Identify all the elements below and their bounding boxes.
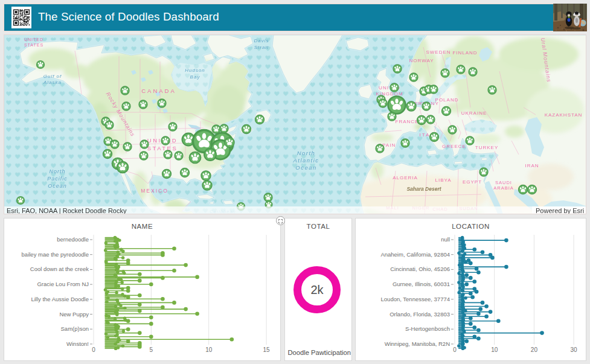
svg-text:Loudon, Tennessee, 37774: Loudon, Tennessee, 37774 (381, 296, 450, 302)
svg-text:30: 30 (571, 346, 578, 353)
svg-text:CANADA: CANADA (141, 88, 176, 94)
svg-text:Sam(p)son: Sam(p)son (61, 325, 89, 332)
svg-text:IRAN: IRAN (525, 163, 539, 168)
svg-text:NORWAY: NORWAY (409, 58, 434, 63)
svg-text:Gurnee, Illinois, 60031: Gurnee, Illinois, 60031 (393, 281, 450, 287)
svg-text:Doodle Pawticipation: Doodle Pawticipation (288, 349, 351, 356)
svg-text:STATES: STATES (24, 43, 43, 47)
svg-text:TURKEY: TURKEY (475, 145, 498, 150)
svg-text:0: 0 (92, 346, 95, 353)
svg-text:North: North (49, 168, 65, 174)
svg-text:bailey mae the pyredoodle: bailey mae the pyredoodle (22, 251, 89, 258)
svg-text:Orlando, Florida, 32803: Orlando, Florida, 32803 (390, 311, 450, 318)
svg-text:UNITED: UNITED (24, 37, 43, 42)
svg-text:FRANCE: FRANCE (396, 119, 419, 124)
svg-text:LIBYA: LIBYA (435, 177, 451, 183)
svg-text:MEXICO: MEXICO (141, 188, 168, 194)
svg-text:Anaheim, California, 92804: Anaheim, California, 92804 (380, 251, 450, 258)
svg-text:2k: 2k (310, 283, 324, 296)
svg-text:Davis: Davis (254, 38, 269, 43)
svg-text:Gulf of: Gulf of (43, 74, 62, 79)
svg-text:Cool down at the creek: Cool down at the creek (30, 266, 89, 272)
svg-text:S-Hertogenbosch: S-Hertogenbosch (405, 325, 450, 332)
svg-text:New Puppy: New Puppy (59, 311, 89, 318)
svg-text:15: 15 (263, 346, 271, 353)
svg-text:Powered by Esri: Powered by Esri (536, 207, 584, 214)
svg-text:5: 5 (150, 346, 153, 353)
svg-text:FINLAND: FINLAND (452, 50, 477, 56)
svg-text:10: 10 (205, 346, 213, 353)
svg-text:Esri, FAO, NOAA | Rocket Doodl: Esri, FAO, NOAA | Rocket Doodle Rocky (7, 207, 127, 214)
svg-text:Winston!: Winston! (66, 340, 89, 347)
svg-text:STATES: STATES (147, 145, 178, 152)
svg-text:Ocean: Ocean (295, 164, 317, 171)
svg-text:Sahara Desert: Sahara Desert (406, 186, 441, 192)
svg-text:Winnipeg, Manitoba, R2N: Winnipeg, Manitoba, R2N (385, 340, 450, 347)
svg-text:Gracie Lou From NJ: Gracie Lou From NJ (37, 281, 89, 287)
svg-text:bernedoodle: bernedoodle (57, 236, 89, 243)
svg-text:UKRAINE: UKRAINE (461, 110, 487, 116)
svg-text:10: 10 (491, 346, 498, 353)
svg-text:KAZAKHSTAN: KAZAKHSTAN (545, 112, 583, 118)
svg-text:GREECE: GREECE (442, 144, 466, 149)
svg-text:Bay: Bay (190, 74, 200, 80)
svg-text:Cincinnati, Ohio, 45206: Cincinnati, Ohio, 45206 (390, 266, 450, 272)
svg-text:Strait: Strait (254, 45, 269, 50)
svg-text:Ocean: Ocean (48, 183, 67, 189)
svg-text:ARABIA: ARABIA (493, 185, 514, 191)
svg-text:SWEDEN: SWEDEN (426, 49, 451, 55)
svg-text:Lilly the Aussie Doodle: Lilly the Aussie Doodle (31, 296, 89, 302)
svg-text:Atlantic: Atlantic (292, 157, 319, 164)
svg-text:0: 0 (453, 346, 457, 353)
svg-text:EGYPT: EGYPT (463, 179, 482, 185)
svg-text:ALGERIA: ALGERIA (393, 175, 418, 180)
svg-text:SAUDI: SAUDI (495, 180, 512, 185)
svg-text:20: 20 (531, 346, 538, 353)
svg-text:Alaska: Alaska (43, 80, 62, 85)
svg-text:North: North (297, 150, 316, 156)
svg-text:null: null (441, 236, 450, 243)
svg-text:Pacific: Pacific (47, 176, 68, 182)
svg-text:Hudson: Hudson (185, 68, 205, 73)
